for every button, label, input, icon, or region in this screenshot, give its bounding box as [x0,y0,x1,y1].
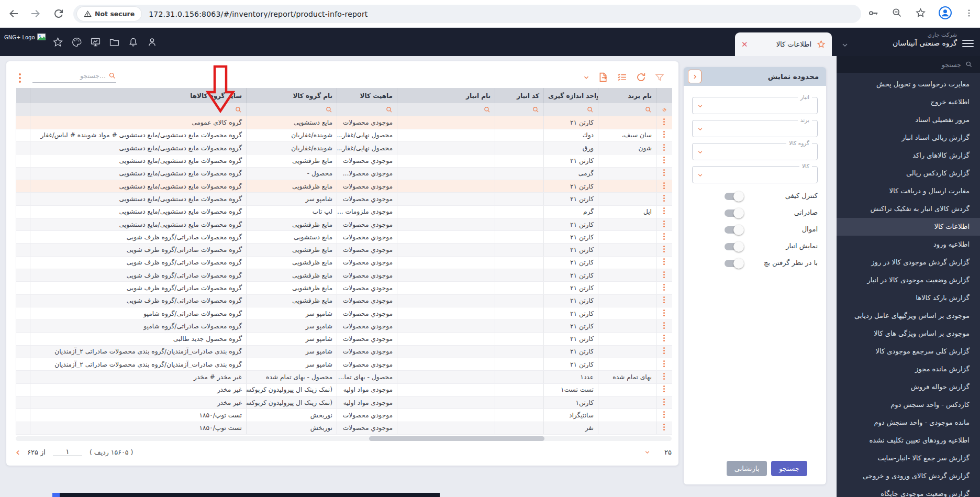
profile-avatar[interactable] [939,6,952,19]
row-menu-icon[interactable] [663,168,665,177]
row-menu-cell[interactable] [656,383,672,396]
company-switcher[interactable]: شرکت جاری گروه صنعتی آنیتاسان [893,31,957,47]
table-row[interactable]: گروه محصولات مایع دستشویی/مایع دستشوییما… [16,218,672,230]
sidebar-item[interactable]: گزارش وضعیت موجودی جایگاه [837,485,980,497]
browser-menu-icon[interactable] [964,7,974,19]
row-menu-icon[interactable] [663,194,665,203]
table-search-input[interactable]: جستجو... [32,72,116,83]
column-search-icon[interactable] [532,106,539,113]
column-filter-cell[interactable] [495,103,544,116]
folder-icon[interactable] [109,37,120,48]
row-menu-icon[interactable] [663,257,665,266]
back-icon[interactable] [7,7,20,20]
column-chooser-icon[interactable] [617,72,628,83]
zoom-out-icon[interactable] [892,7,903,18]
column-filter-cell[interactable] [337,103,397,116]
page-number-input[interactable] [53,448,82,456]
column-header[interactable]: ماهیت کالا [337,88,397,103]
sidebar-item[interactable]: گزارش کالاهای راکد [837,147,980,164]
tab-star-icon[interactable] [817,40,826,49]
table-row[interactable]: گروه کالای عمومیمایع دستشوییموجودي محصول… [16,116,672,129]
filter-select-4[interactable]: کالا [692,166,818,183]
theme-palette-icon[interactable] [71,37,82,48]
row-menu-cell[interactable] [656,396,672,409]
row-menu-cell[interactable] [656,282,672,294]
row-menu-icon[interactable] [663,384,665,393]
row-menu-cell[interactable] [656,269,672,282]
app-logo[interactable]: GNG+ Logo [4,33,47,41]
url-bar[interactable]: Not secure 172.31.0.156:8063/#/inventory… [73,5,861,23]
sidebar-item[interactable]: اطلاعیه ورود [837,236,980,253]
table-row[interactable]: گروه محصولات صادراتی/گروه ظرف شوییمایع د… [16,231,672,244]
row-menu-icon[interactable] [663,372,665,381]
sidebar-item[interactable]: اطلاعیه خروج [837,93,980,111]
row-menu-cell[interactable] [656,218,672,230]
toggle-switch[interactable] [725,260,742,267]
row-menu-cell[interactable] [656,129,672,141]
clear-filters-icon[interactable] [661,106,668,114]
row-menu-cell[interactable] [656,205,672,218]
row-menu-cell[interactable] [656,154,672,167]
sidebar-search-input[interactable]: جستجو [837,56,980,73]
column-header[interactable]: سایر گروه کالاها [30,88,247,103]
row-menu-icon[interactable] [663,130,665,139]
row-menu-icon[interactable] [663,334,665,343]
column-header[interactable]: نام برند [598,88,656,103]
table-row[interactable]: گروه محصولات صادراتی/گروه ظرف شوییمایع ظ… [16,269,672,282]
password-key-icon[interactable] [867,7,879,19]
hamburger-menu-icon[interactable] [962,38,974,49]
row-menu-cell[interactable] [656,345,672,358]
row-menu-icon[interactable] [663,270,665,279]
sidebar-item[interactable]: گزارش مانده مجوز [837,360,980,378]
toggle-switch[interactable] [725,243,742,250]
column-filter-cell[interactable] [544,103,598,116]
row-menu-cell[interactable] [656,142,672,154]
row-menu-cell[interactable] [656,193,672,205]
row-menu-cell[interactable] [656,231,672,244]
table-row[interactable]: گروه محصولات صادراتی/گروه ظرف شوییمایع ظ… [16,256,672,269]
row-menu-icon[interactable] [663,321,665,330]
chevron-down-icon[interactable] [583,74,590,81]
sidebar-item[interactable]: گزارش بارکد کالاها [837,289,980,307]
table-row[interactable]: گروه محصولات صادراتی/گروه شامپوشامپو سرم… [16,320,672,333]
row-menu-cell[interactable] [656,294,672,307]
sidebar-item[interactable]: موجودی بر اساس ویژگیهای عامل ردیابی [837,307,980,325]
tab-product-info[interactable]: ✕ اطلاعات کالا [735,32,832,56]
row-menu-icon[interactable] [663,397,665,406]
url-text[interactable]: 172.31.0.156:8063/#/inventory/report/pro… [149,10,368,18]
sidebar-item[interactable]: کاردکس - واحد سنجش دوم [837,396,980,414]
row-menu-icon[interactable] [663,232,665,241]
row-menu-icon[interactable] [663,423,665,432]
column-filter-cell[interactable] [247,103,337,116]
collapse-panel-button[interactable] [688,70,701,83]
sidebar-item[interactable]: موجودی بر اساس ویژگی های کالا [837,325,980,343]
column-filter-cell[interactable] [598,103,656,116]
sidebar-item[interactable]: گزارش کاردکس ریالی [837,164,980,182]
row-menu-cell[interactable] [656,320,672,333]
bookmark-star-icon[interactable] [915,7,926,18]
row-menu-icon[interactable] [663,410,665,419]
scrollbar-thumb[interactable] [369,436,544,441]
row-menu-icon[interactable] [663,143,665,152]
sidebar-item[interactable]: مانده موجودی - واحد سنجش دوم [837,414,980,432]
forward-icon[interactable] [29,7,42,20]
dashboard-monitor-icon[interactable] [90,37,101,48]
filter-select-2[interactable]: برند [692,120,818,137]
table-row[interactable]: گروه محصولات مایع دستشویی/مایع دستشوییشا… [16,193,672,205]
sidebar-item[interactable]: مغایرت ارسال و دریافت کالا [837,182,980,200]
row-menu-icon[interactable] [663,346,665,355]
table-menu-icon[interactable] [19,72,22,84]
row-menu-icon[interactable] [663,206,665,215]
sidebar-item[interactable]: گزارش گردش کالای ورودی و خروجی [837,467,980,485]
table-row[interactable]: گروه محصول جدید طالبیشامپو سرموجودي محصو… [16,333,672,345]
sidebar-item[interactable]: گزارش سر جمع کالا -انبار-سایت [837,449,980,467]
table-row[interactable]: گروه بندی صادرات_آزمندیان/گروه بندی محصو… [16,345,672,358]
table-row[interactable]: گروه محصولات مایع دستشویی/مایع دستشوییلپ… [16,205,672,218]
filter-icon[interactable] [654,72,665,83]
table-row[interactable]: گروه محصولات مایع دستشویی/مایع دستشویی #… [16,129,672,141]
column-filter-cell[interactable] [397,103,495,116]
column-search-icon[interactable] [587,106,594,113]
row-menu-cell[interactable] [656,358,672,371]
sidebar-item[interactable]: گزارش ریالی اسناد انبار [837,129,980,147]
sidebar-item[interactable]: اطلاعات کالا [837,218,980,236]
